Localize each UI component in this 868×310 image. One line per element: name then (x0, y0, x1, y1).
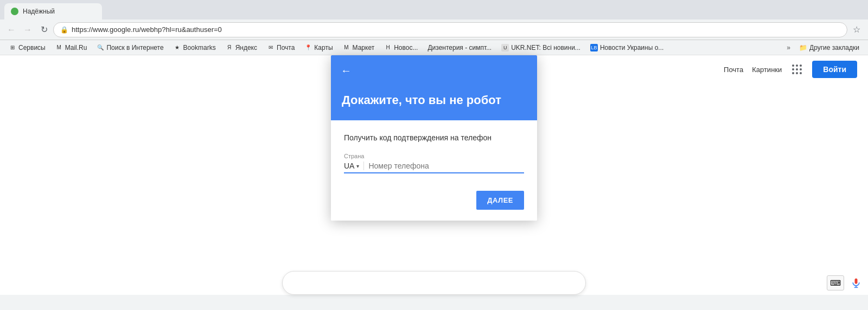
microphone-icon[interactable] (848, 275, 864, 290)
tab-title: Надёжный (23, 8, 55, 15)
login-button[interactable]: Войти (812, 61, 857, 78)
bookmark-label: Почта (277, 44, 295, 51)
lb-icon: LB (590, 44, 598, 51)
bookmark-search[interactable]: 🔍 Поиск в Интернете (92, 43, 168, 53)
next-button[interactable]: ДАЛЕЕ (476, 191, 524, 210)
bookmark-yandex[interactable]: Я Яндекс (221, 43, 261, 53)
apps-dot (796, 68, 798, 70)
bookmark-dysentery[interactable]: Дизентерия - симпт... (423, 43, 496, 53)
bookmark-label: Маркет (353, 44, 375, 51)
lock-icon: 🔒 (60, 26, 68, 34)
robot-verification-modal: ← Докажите, что вы не робот Получить код… (331, 55, 537, 221)
forward-button[interactable]: → (21, 23, 35, 37)
bookmark-label: Дизентерия - симпт... (427, 44, 492, 51)
folder-icon: 📁 (799, 44, 807, 51)
back-button[interactable]: ← (4, 23, 18, 37)
modal-header: ← Докажите, что вы не робот (331, 55, 537, 120)
bookmark-news1[interactable]: Н Новос... (380, 43, 422, 53)
chevron-down-icon: ▾ (356, 163, 359, 169)
mailru-icon: M (55, 44, 63, 51)
yandex-icon: Я (226, 44, 233, 51)
bookmark-pochta[interactable]: ✉ Почта (263, 43, 299, 53)
modal-body: Получить код подтверждения на телефон Ст… (331, 120, 537, 184)
ukrnet-icon: U (501, 44, 509, 51)
bookmark-services[interactable]: ⊞ Сервисы (4, 43, 50, 53)
bookmark-market[interactable]: М Маркет (339, 43, 379, 53)
google-background: Почта Картинки (0, 55, 868, 295)
keyboard-icon[interactable]: ⌨ (827, 275, 844, 290)
apps-dot (792, 72, 794, 74)
tab-bar: Надёжный (0, 0, 868, 20)
news-icon: Н (384, 44, 392, 51)
bookmark-ukrnet[interactable]: U UKR.NET: Всі новини... (497, 43, 585, 53)
bookmarks-bar: ⊞ Сервисы M Mail.Ru 🔍 Поиск в Интернете … (0, 40, 868, 55)
modal-footer: ДАЛЕЕ (331, 184, 537, 221)
modal-title: Докажите, что вы не робот (342, 93, 526, 107)
apps-dot (792, 68, 794, 70)
bookmark-mailru[interactable]: M Mail.Ru (51, 43, 92, 53)
bookmark-label: Сервисы (18, 44, 46, 51)
url-text: https://www.google.ru/webhp?hl=ru&authus… (72, 25, 222, 34)
apps-dot (800, 68, 802, 70)
market-icon: М (343, 44, 350, 51)
bookmark-bookmarks[interactable]: ★ Bookmarks (169, 43, 220, 53)
apps-dot (796, 72, 798, 74)
navigation-bar: ← → ↻ 🔒 https://www.google.ru/webhp?hl=r… (0, 20, 868, 40)
bookmark-label: Новости Украины о... (600, 44, 663, 51)
address-bar[interactable]: 🔒 https://www.google.ru/webhp?hl=ru&auth… (53, 22, 847, 37)
browser-frame: Надёжный ← → ↻ 🔒 https://www.google.ru/w… (0, 0, 868, 310)
google-search-bar[interactable] (282, 271, 586, 295)
bookmark-maps[interactable]: 📍 Карты (300, 43, 337, 53)
country-field-label: Страна (344, 153, 524, 159)
reload-button[interactable]: ↻ (37, 23, 51, 37)
star-icon: ★ (174, 44, 181, 51)
modal-description: Получить код подтверждения на телефон (344, 133, 524, 142)
modal-back-button[interactable]: ← (337, 62, 355, 79)
bookmark-label: Bookmarks (183, 44, 216, 51)
bookmark-label: Новос... (394, 44, 418, 51)
bookmark-ua-news[interactable]: LB Новости Украины о... (586, 43, 668, 53)
maps-icon: 📍 (304, 44, 312, 51)
active-tab[interactable]: Надёжный (4, 3, 102, 20)
page-content: Почта Картинки (0, 55, 868, 295)
google-mail-link[interactable]: Почта (724, 66, 743, 74)
country-code-text: UA (344, 162, 354, 170)
apps-dot (800, 72, 802, 74)
apps-dot (792, 64, 794, 67)
bookmark-label: Яндекс (235, 44, 257, 51)
tab-favicon (11, 8, 18, 15)
svg-rect-0 (855, 279, 858, 284)
bookmark-label: Mail.Ru (65, 44, 87, 51)
country-selector[interactable]: UA ▾ (344, 162, 364, 170)
other-bookmarks-button[interactable]: 📁 Другие закладки (795, 43, 864, 53)
other-bookmarks-label: Другие закладки (809, 44, 859, 51)
apps-dot (796, 64, 798, 67)
bookmark-label: Карты (314, 44, 333, 51)
search-icon: 🔍 (97, 44, 104, 51)
google-images-link[interactable]: Картинки (752, 66, 782, 74)
bookmark-star-button[interactable]: ☆ (850, 23, 864, 37)
more-bookmarks-button[interactable]: » (783, 43, 794, 53)
apps-dot (800, 64, 802, 67)
bookmark-label: Поиск в Интернете (106, 44, 163, 51)
grid-icon: ⊞ (9, 44, 16, 51)
mail-icon: ✉ (267, 44, 275, 51)
phone-number-input[interactable] (368, 162, 524, 170)
input-tool-area: ⌨ (827, 275, 864, 290)
google-top-right: Почта Картинки (724, 61, 857, 78)
phone-input-row: UA ▾ (344, 162, 524, 173)
bookmark-label: UKR.NET: Всі новини... (511, 44, 580, 51)
google-apps-button[interactable] (790, 63, 803, 76)
